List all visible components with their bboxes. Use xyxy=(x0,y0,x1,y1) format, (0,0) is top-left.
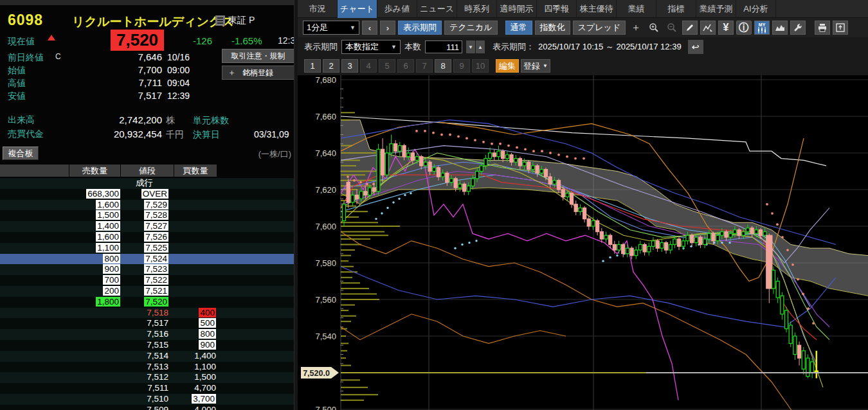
preset-button-7[interactable]: 7 xyxy=(416,59,433,73)
pencil-icon[interactable] xyxy=(682,21,698,35)
tab-歩み値[interactable]: 歩み値 xyxy=(377,0,417,18)
tab-業績予測[interactable]: 業績予測 xyxy=(696,0,736,18)
orderbook-row[interactable]: 1,8007,520 xyxy=(0,297,294,308)
spread-mode-button[interactable]: スプレッド xyxy=(573,21,626,35)
orderbook-row[interactable]: 7,517500 xyxy=(0,318,294,329)
period-mode-dropdown[interactable]: 本数指定 ▼ xyxy=(341,40,401,54)
candle-body xyxy=(716,235,719,241)
trendline-icon[interactable] xyxy=(700,21,716,35)
orderbook-row[interactable]: 7,516800 xyxy=(0,329,294,340)
sar-dot-above xyxy=(797,278,799,281)
preset-button-8[interactable]: 8 xyxy=(435,59,451,73)
orderbook-row[interactable]: 7,5131,100 xyxy=(0,362,294,373)
area-chart-icon[interactable] xyxy=(772,21,788,35)
preset-button-6[interactable]: 6 xyxy=(397,59,414,73)
candlestick-chart[interactable]: 7,520.07,6807,6607,6407,6207,6007,5807,5… xyxy=(298,75,868,410)
orderbook-header-buy: 買数量 xyxy=(174,165,217,177)
info-icon[interactable]: ⓘ xyxy=(736,21,752,35)
orderbook-row[interactable]: 8007,524 xyxy=(0,254,294,265)
trade-caution-button[interactable]: 取引注意・規制 xyxy=(222,49,294,63)
orderbook-row[interactable]: 1,5007,528 xyxy=(0,210,294,221)
preset-button-10[interactable]: 10 xyxy=(472,59,489,73)
tab-適時開示[interactable]: 適時開示 xyxy=(497,0,537,18)
candle-body xyxy=(523,162,526,166)
sar-dot-above xyxy=(583,157,585,160)
orderbook-row[interactable]: 1,1007,525 xyxy=(0,243,294,254)
buy-qty: 800 xyxy=(168,329,216,340)
next-button[interactable]: › xyxy=(380,21,395,35)
zoom-out-icon[interactable] xyxy=(664,21,680,35)
tab-株主優待[interactable]: 株主優待 xyxy=(577,0,617,18)
orderbook-row[interactable]: 7,518400 xyxy=(0,308,294,319)
price-level: 7,517 xyxy=(120,318,168,329)
orderbook-table: 成行668,300OVER1,6007,5291,5007,5281,4007,… xyxy=(0,178,294,410)
candle-body xyxy=(351,195,354,202)
preset-button-2[interactable]: 2 xyxy=(323,59,339,73)
orderbook-row[interactable]: 7,5094,000 xyxy=(0,405,294,410)
price-level: 7,515 xyxy=(120,340,168,351)
sar-dot-above xyxy=(474,139,476,141)
orderbook-row[interactable]: 7,5103,700 xyxy=(0,394,294,405)
sar-dot-above xyxy=(415,130,418,132)
buy-qty: 1,100 xyxy=(168,362,216,373)
orderbook-row[interactable]: 7,5121,500 xyxy=(0,372,294,383)
normal-mode-button[interactable]: 通常 xyxy=(505,21,532,35)
register-dropdown[interactable]: 登録▼ xyxy=(521,59,550,73)
market-order-label: 成行 xyxy=(120,178,168,189)
indexed-mode-button[interactable]: 指数化 xyxy=(535,21,570,35)
preset-button-1[interactable]: 1 xyxy=(304,59,321,73)
candle-body xyxy=(497,151,500,157)
tab-時系列[interactable]: 時系列 xyxy=(457,0,497,18)
preset-button-9[interactable]: 9 xyxy=(453,59,470,73)
candle-body xyxy=(592,220,595,226)
y-axis-label: 7,620 xyxy=(315,185,336,195)
reset-icon[interactable]: ↩ xyxy=(688,40,703,54)
orderbook-row[interactable]: 9007,523 xyxy=(0,264,294,275)
crosshair-icon[interactable]: ＋ xyxy=(628,21,644,35)
orderbook-row[interactable]: 7007,522 xyxy=(0,275,294,286)
tab-業績[interactable]: 業績 xyxy=(617,0,656,18)
preset-button-5[interactable]: 5 xyxy=(379,59,395,73)
composite-board-button[interactable]: 複合板 xyxy=(3,147,39,160)
orderbook-row-market[interactable]: 成行 xyxy=(0,178,294,189)
orderbook-row[interactable]: 668,300OVER xyxy=(0,189,294,200)
prev-button[interactable]: ‹ xyxy=(362,21,377,35)
tab-四季報[interactable]: 四季報 xyxy=(537,0,577,18)
orderbook-row[interactable]: 7,515900 xyxy=(0,340,294,351)
tab-AI分析[interactable]: AI分析 xyxy=(736,0,776,18)
tab-指標[interactable]: 指標 xyxy=(656,0,696,18)
price-level: 7,512 xyxy=(120,372,168,383)
orderbook-row[interactable]: 1,6007,529 xyxy=(0,200,294,211)
candle-body xyxy=(755,230,758,234)
tab-チャート[interactable]: チャート xyxy=(338,0,377,18)
tab-市況[interactable]: 市況 xyxy=(298,0,338,18)
export-icon[interactable] xyxy=(833,21,848,35)
price-level: 7,523 xyxy=(120,264,168,275)
printer-icon[interactable] xyxy=(815,21,830,35)
candle-body xyxy=(514,159,518,163)
volume-profile-bar xyxy=(341,357,346,359)
preset-button-4[interactable]: 4 xyxy=(360,59,377,73)
orderbook-row[interactable]: 1,4007,527 xyxy=(0,221,294,232)
zoom-in-icon[interactable] xyxy=(646,21,662,35)
yen-icon[interactable]: ¥ xyxy=(718,21,734,35)
orderbook-row[interactable]: 7,5114,700 xyxy=(0,383,294,394)
display-period-button[interactable]: 表示期間 xyxy=(398,21,442,35)
orderbook-row[interactable]: 1,6007,526 xyxy=(0,232,294,243)
candlestick-chart-svg[interactable]: 7,520.07,6807,6607,6407,6207,6007,5807,5… xyxy=(298,75,868,410)
edit-button[interactable]: 編集 xyxy=(496,59,519,73)
spin-down-icon[interactable]: ▼ xyxy=(466,40,475,53)
sar-dot-below xyxy=(454,247,456,249)
orderbook-row[interactable]: 7,5141,400 xyxy=(0,351,294,362)
bar-count-input[interactable]: 111 xyxy=(425,40,462,53)
orderbook-row[interactable]: 2007,521 xyxy=(0,286,294,297)
interval-dropdown[interactable]: 1分足 ▼ xyxy=(303,21,359,35)
technical-button[interactable]: テクニカル xyxy=(444,21,498,35)
preset-button-3[interactable]: 3 xyxy=(341,59,358,73)
my-chart-icon[interactable]: MY xyxy=(754,21,770,35)
spin-up-icon[interactable]: ▲ xyxy=(476,40,485,53)
candle-body xyxy=(811,362,814,373)
wrench-icon[interactable] xyxy=(790,21,806,35)
tab-ニュース[interactable]: ニュース xyxy=(417,0,457,18)
register-symbol-button[interactable]: ＋ 銘柄登録 xyxy=(222,66,294,80)
